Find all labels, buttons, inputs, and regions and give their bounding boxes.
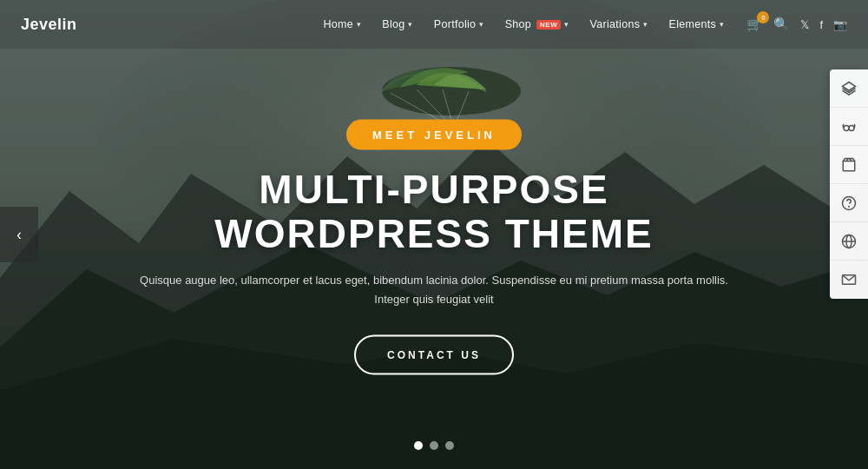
sidebar-help-icon[interactable] bbox=[830, 184, 868, 222]
nav-elements[interactable]: Elements ▾ bbox=[661, 13, 733, 36]
nav-shop[interactable]: Shop NEW ▾ bbox=[496, 13, 578, 36]
slider-prev-button[interactable]: ‹ bbox=[0, 207, 38, 262]
nav-blog[interactable]: Blog ▾ bbox=[373, 13, 422, 36]
contact-us-button[interactable]: CONTACT US bbox=[354, 335, 514, 375]
hero-badge: MEET JEVELIN bbox=[346, 120, 522, 150]
nav-portfolio[interactable]: Portfolio ▾ bbox=[425, 13, 493, 36]
slider-dot-2[interactable] bbox=[430, 441, 438, 450]
twitter-icon[interactable]: 𝕏 bbox=[800, 18, 809, 31]
nav-menu: Home ▾ Blog ▾ Portfolio ▾ Shop NEW ▾ Var… bbox=[314, 13, 733, 36]
sidebar-layers-icon[interactable] bbox=[830, 69, 868, 108]
new-badge: NEW bbox=[536, 20, 561, 30]
chevron-icon: ▾ bbox=[408, 20, 412, 29]
sidebar-glasses-icon[interactable] bbox=[830, 108, 868, 146]
chevron-icon: ▾ bbox=[720, 20, 724, 29]
nav-variations[interactable]: Variations ▾ bbox=[582, 13, 657, 36]
slider-dot-3[interactable] bbox=[445, 441, 454, 450]
chevron-icon: ▾ bbox=[643, 20, 648, 29]
instagram-icon[interactable]: 📷 bbox=[833, 18, 847, 31]
facebook-icon[interactable]: f bbox=[819, 18, 823, 31]
navbar: Jevelin Home ▾ Blog ▾ Portfolio ▾ Shop N… bbox=[0, 0, 868, 49]
search-icon[interactable]: 🔍 bbox=[773, 17, 790, 32]
logo[interactable]: Jevelin bbox=[21, 16, 77, 34]
cart-count: 0 bbox=[757, 11, 769, 23]
svg-point-13 bbox=[844, 125, 849, 130]
slider-dot-1[interactable] bbox=[414, 441, 423, 450]
hero-content: MEET JEVELIN MULTI-PURPOSE WORDPRESS THE… bbox=[130, 120, 738, 375]
slider-dots bbox=[414, 441, 454, 450]
chevron-icon: ▾ bbox=[357, 20, 361, 29]
svg-point-14 bbox=[849, 125, 854, 130]
sidebar-widget bbox=[830, 69, 868, 299]
sidebar-mail-icon[interactable] bbox=[830, 261, 868, 299]
nav-home[interactable]: Home ▾ bbox=[314, 13, 370, 36]
navbar-icons: 🛒 0 🔍 𝕏 f 📷 bbox=[746, 17, 847, 32]
chevron-icon: ▾ bbox=[564, 20, 569, 29]
sidebar-bag-icon[interactable] bbox=[830, 146, 868, 184]
cart-icon[interactable]: 🛒 0 bbox=[746, 17, 763, 32]
hero-section: Jevelin Home ▾ Blog ▾ Portfolio ▾ Shop N… bbox=[0, 0, 868, 469]
sidebar-globe-icon[interactable] bbox=[830, 222, 868, 261]
hero-title: MULTI-PURPOSE WORDPRESS THEME bbox=[130, 168, 738, 255]
svg-point-18 bbox=[849, 206, 850, 207]
hero-subtitle: Quisque augue leo, ullamcorper et lacus … bbox=[130, 271, 738, 309]
chevron-icon: ▾ bbox=[479, 20, 483, 29]
